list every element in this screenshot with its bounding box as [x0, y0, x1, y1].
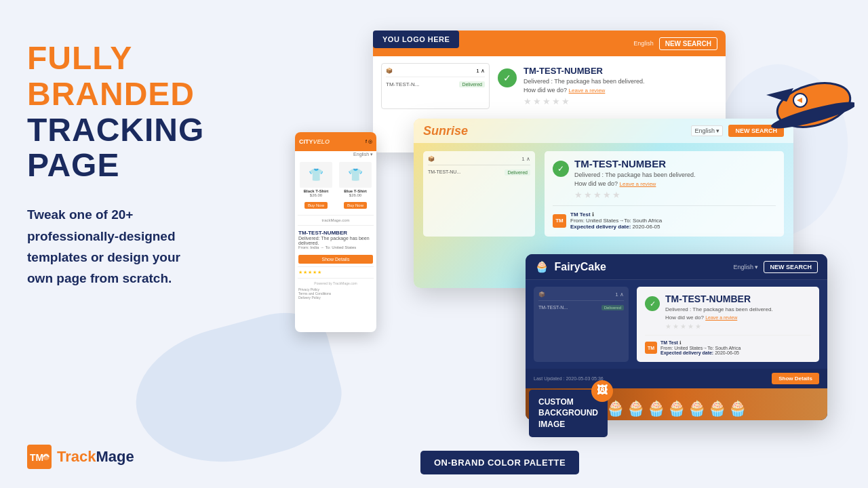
cupcake-4: 🧁: [667, 400, 686, 418]
ship-svg: [746, 68, 854, 149]
s2: ★: [584, 190, 592, 200]
sunrise-detail-inner: ✓ TM-TEST-NUMBER Delivered : The package…: [553, 158, 776, 200]
fairy-track-short: TM-TEST-N...: [538, 305, 568, 310]
english-select[interactable]: English ▾: [691, 125, 723, 136]
mobile-show-btn[interactable]: Show Details: [298, 255, 373, 264]
star-1: ★: [524, 96, 532, 106]
how-did-we-do2: How did we do? Leave a review: [574, 180, 695, 187]
title-line2: TRACKING PAGE: [27, 113, 292, 184]
fairy-detail: ✓ TM-TEST-NUMBER Delivered : The package…: [637, 287, 819, 362]
logo-text: TrackMage: [57, 448, 134, 466]
fairy-rating-stars: ★ ★ ★ ★ ★: [665, 323, 773, 330]
count: 1 ∧: [521, 156, 530, 162]
check-icon2: ✓: [553, 161, 569, 177]
fairy-pkg-icon: 📦: [538, 291, 545, 298]
s4: ★: [603, 190, 611, 200]
fairycake-body: 📦 1 ∧ TM-TEST-N... Delivered ✓ TM-TEST-N…: [526, 280, 827, 369]
fairy-show-details-btn[interactable]: Show Details: [772, 373, 819, 384]
english-label: English: [633, 40, 654, 47]
fs3: ★: [680, 323, 686, 330]
sunrise-list-item: TM-TEST-NU... Delivered: [428, 168, 530, 177]
tracking-num-short: TM-TEST-N...: [386, 81, 419, 87]
right-area: CITYVELO English NEW SEARCH 📦 1 ∧ TM-TES…: [292, 0, 868, 488]
fairycake-logo: 🧁 FairyCake: [535, 260, 606, 273]
mobile-url: trackMage.com: [295, 217, 376, 224]
mobile-links: Privacy PolicyTerms and ConditionsDelive…: [295, 287, 376, 300]
fairy-delivered-badge: Delivered: [601, 305, 624, 310]
tracking-number-title: TM-TEST-NUMBER: [524, 66, 644, 76]
fairy-icon: 🧁: [535, 261, 549, 272]
you-logo-badge: YOU LOGO HERE: [373, 30, 459, 48]
fairy-count: 1 ∧: [615, 291, 624, 298]
mobile-lang: English ▾: [295, 151, 376, 158]
list-item: TM-TEST-N... Delivered: [386, 80, 485, 89]
leave-review-link[interactable]: Leave a review: [569, 87, 606, 94]
list-header: 📦 1 ∧: [386, 68, 485, 77]
fairy-list-item: TM-TEST-N... Delivered: [538, 304, 624, 312]
fs5: ★: [695, 323, 701, 330]
fairy-delivered-msg: Delivered : The package has been deliver…: [665, 306, 773, 312]
cupcake-6: 🧁: [708, 400, 726, 418]
mobile-header: CITYVELO f ◎: [295, 132, 376, 151]
how-did-we-do: How did we do? Leave a review: [524, 87, 644, 94]
sunrise-detail-content: TM-TEST-NUMBER Delivered : The package h…: [574, 158, 695, 200]
instagram-icon: ◎: [368, 139, 372, 144]
mob-star1: ★: [298, 270, 302, 275]
sunrise-body: 📦 1 ∧ TM-TEST-NU... Delivered ✓ TM-TEST-…: [414, 143, 793, 245]
star-4: ★: [552, 96, 560, 106]
delivered-message2: Delivered : The package has been deliver…: [574, 171, 695, 178]
cupcake-row: 🧁 🧁 🧁 🧁 🧁 🧁 🧁: [606, 400, 747, 418]
new-search-btn-back[interactable]: NEW SEARCH: [659, 37, 717, 50]
tm-test-row: TM TM Test ℹ From: United States→To: Sou…: [553, 205, 776, 230]
fairy-how-review: How did we do? Leave a review: [665, 314, 773, 321]
rating-stars2: ★ ★ ★ ★ ★: [574, 190, 695, 200]
tracking-detail: ✓ TM-TEST-NUMBER Delivered : The package…: [498, 63, 717, 109]
star-3: ★: [542, 96, 551, 106]
mob-star5: ★: [317, 270, 321, 275]
tracking-num-short2: TM-TEST-NU...: [428, 169, 460, 176]
trackmage-logo-icon: TM: [27, 445, 52, 469]
rating-stars: ★ ★ ★ ★ ★: [524, 96, 644, 106]
package-icon: 📦: [428, 156, 435, 162]
leave-review-link2[interactable]: Leave a review: [620, 181, 656, 187]
fairy-tm-row: TM TM Test ℹ From: United States→To: Sou…: [645, 335, 811, 355]
delivered-message: Delivered : The package has been deliver…: [524, 78, 644, 85]
sunrise-header: Sunrise English ▾ NEW SEARCH: [414, 119, 793, 143]
mobile-rating: ★ ★ ★ ★ ★: [295, 268, 376, 277]
s1: ★: [574, 190, 583, 200]
fairy-english: English ▾: [733, 264, 758, 270]
left-panel: FULLY BRANDED TRACKING PAGE Tweak one of…: [27, 41, 292, 289]
sunrise-logo: Sunrise: [423, 124, 468, 138]
fairycake-header: 🧁 FairyCake English ▾ NEW SEARCH: [526, 254, 827, 280]
cupcake-1: 🧁: [606, 400, 625, 418]
fairy-new-search-btn[interactable]: NEW SEARCH: [764, 261, 818, 273]
fairy-leave-review[interactable]: Leave a review: [705, 315, 737, 320]
delivered-badge: Delivered: [459, 81, 485, 87]
cityvelo-nav: English NEW SEARCH: [633, 37, 717, 50]
image-icon: 🖼: [591, 380, 613, 402]
screenshot-mobile: CITYVELO f ◎ English ▾ 👕 Black T-Shirt $…: [295, 132, 376, 332]
on-brand-badge: ON-BRAND COLOR PALETTE: [420, 451, 579, 474]
fairy-nav: English ▾ NEW SEARCH: [733, 261, 818, 273]
fairy-tm-info: TM Test ℹ From: United States→To: South …: [660, 340, 741, 355]
cupcake-2: 🧁: [627, 400, 645, 418]
tracking-number-title2: TM-TEST-NUMBER: [574, 158, 695, 169]
fairy-last-updated: Last Updated : 2020-05-03 05:36: [534, 376, 604, 381]
mobile-divider4: [298, 278, 374, 279]
buy-btn-2[interactable]: Buy Now: [344, 202, 367, 209]
sunrise-detail: ✓ TM-TEST-NUMBER Delivered : The package…: [545, 151, 784, 237]
product-price-1: $26.00: [298, 193, 334, 197]
fairy-footer: Last Updated : 2020-05-03 05:36 Show Det…: [526, 369, 827, 388]
mobile-divider3: [298, 266, 374, 267]
star-5: ★: [561, 96, 570, 106]
mobile-track-num: TM-TEST-NUMBER: [298, 230, 373, 236]
s5: ★: [612, 190, 620, 200]
product-price-2: $26.00: [337, 193, 374, 197]
mobile-icons: f ◎: [366, 139, 372, 144]
fs1: ★: [665, 323, 671, 330]
mobile-track-route: From: India → To: United States: [298, 245, 373, 249]
product-img-2: 👕: [339, 162, 372, 188]
detail-content: TM-TEST-NUMBER Delivered : The package h…: [524, 66, 644, 106]
fairy-check-icon: ✓: [645, 296, 660, 311]
buy-btn-1[interactable]: Buy Now: [304, 202, 328, 209]
